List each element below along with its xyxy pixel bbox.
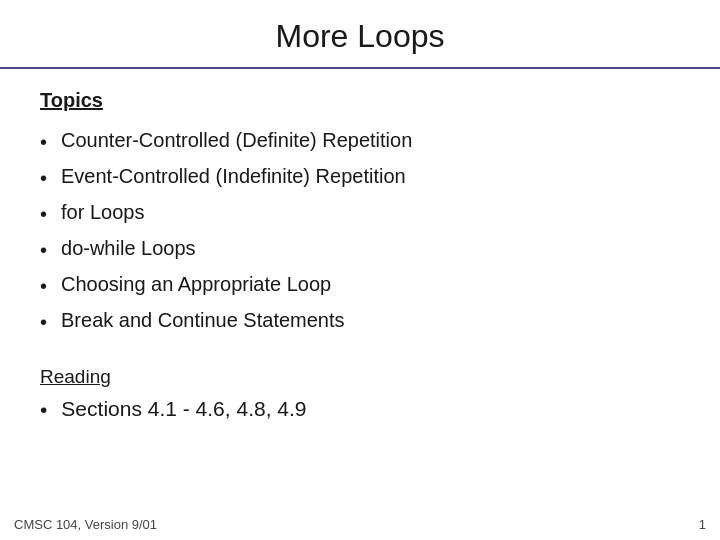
- footer-page-number: 1: [699, 517, 706, 532]
- bullet-icon: •: [40, 398, 47, 422]
- title-bar: More Loops: [0, 0, 720, 69]
- bullet-icon: •: [40, 164, 47, 192]
- reading-text: Sections 4.1 - 4.6, 4.8, 4.9: [61, 397, 306, 421]
- bullet-icon: •: [40, 272, 47, 300]
- list-item-text: Event-Controlled (Indefinite) Repetition: [61, 162, 406, 190]
- slide-body: Topics • Counter-Controlled (Definite) R…: [0, 69, 720, 540]
- list-item: • Event-Controlled (Indefinite) Repetiti…: [40, 162, 680, 192]
- list-item: • Choosing an Appropriate Loop: [40, 270, 680, 300]
- list-item-text: Break and Continue Statements: [61, 306, 345, 334]
- slide-container: More Loops Topics • Counter-Controlled (…: [0, 0, 720, 540]
- topics-list: • Counter-Controlled (Definite) Repetiti…: [40, 126, 680, 342]
- list-item: • Break and Continue Statements: [40, 306, 680, 336]
- list-item: • Counter-Controlled (Definite) Repetiti…: [40, 126, 680, 156]
- bullet-icon: •: [40, 200, 47, 228]
- reading-heading: Reading: [40, 366, 680, 388]
- list-item: • for Loops: [40, 198, 680, 228]
- footer-left-text: CMSC 104, Version 9/01: [14, 517, 157, 532]
- bullet-icon: •: [40, 128, 47, 156]
- list-item-text: Counter-Controlled (Definite) Repetition: [61, 126, 412, 154]
- reading-section: • Sections 4.1 - 4.6, 4.8, 4.9: [40, 396, 680, 422]
- list-item-text: Choosing an Appropriate Loop: [61, 270, 331, 298]
- footer: CMSC 104, Version 9/01 1: [14, 517, 706, 532]
- list-item-text: for Loops: [61, 198, 144, 226]
- list-item: • do-while Loops: [40, 234, 680, 264]
- topics-heading: Topics: [40, 89, 680, 112]
- slide-title: More Loops: [40, 18, 680, 55]
- bullet-icon: •: [40, 236, 47, 264]
- bullet-icon: •: [40, 308, 47, 336]
- list-item-text: do-while Loops: [61, 234, 196, 262]
